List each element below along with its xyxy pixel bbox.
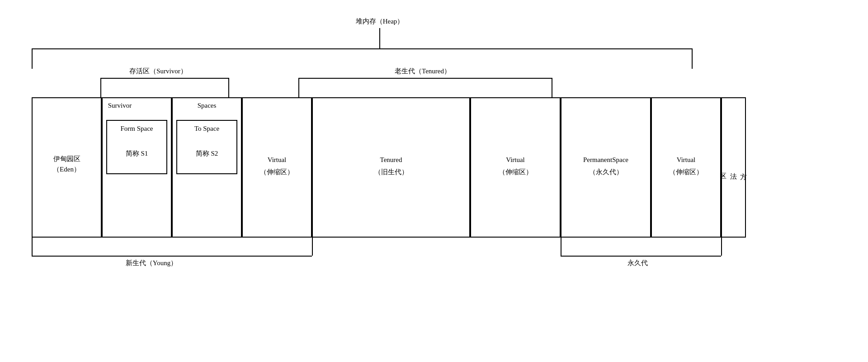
- heap-label: 堆内存（Heap）: [344, 17, 416, 26]
- young-bracket-right: [312, 238, 313, 256]
- virtual3-label: Virtual（伸缩区）: [651, 154, 721, 178]
- heap-vline: [379, 28, 380, 48]
- tenured-bracket-right: [552, 78, 552, 97]
- method-area-box: 方法区: [721, 97, 746, 238]
- eden-label: 伊甸园区（Eden）: [32, 154, 102, 174]
- heap-bracket-top: [32, 48, 692, 49]
- young-label: 新生代（Young）: [99, 259, 203, 267]
- survivor-bracket-left: [100, 78, 101, 97]
- s2-label: 简称 S2: [176, 149, 237, 158]
- form-space-label: Form Space: [106, 125, 167, 133]
- to-space-label: To Space: [176, 125, 237, 133]
- s1-label: 简称 S1: [106, 149, 167, 158]
- perm-bracket-left: [561, 238, 561, 256]
- young-bracket-bottom: [32, 256, 312, 257]
- perm-label: 永久代: [601, 259, 674, 267]
- virtual1-label: Virtual（伸缩区）: [242, 154, 312, 178]
- heap-bracket-right: [692, 48, 693, 69]
- perm-bracket-bottom: [561, 256, 721, 257]
- tenured-zone-label: 老生代（Tenured）: [371, 67, 475, 76]
- permanent-space-label: PermanentSpace（永久代）: [561, 154, 651, 178]
- tenured-bracket-top: [298, 78, 552, 79]
- survivor-bracket-top: [100, 78, 228, 79]
- young-bracket-left: [32, 238, 33, 256]
- tenured-bracket-left: [298, 78, 299, 97]
- survivor-title: Survivor: [104, 102, 136, 110]
- virtual2-label: Virtual（伸缩区）: [470, 154, 561, 178]
- spaces-title: Spaces: [174, 102, 240, 110]
- perm-bracket-right: [721, 238, 722, 256]
- tenured-box-label: Tenured（旧生代）: [312, 154, 470, 178]
- survivor-bracket-right: [228, 78, 229, 97]
- heap-bracket-left: [32, 48, 33, 69]
- survivor-zone-label: 存活区（Survivor）: [106, 67, 210, 76]
